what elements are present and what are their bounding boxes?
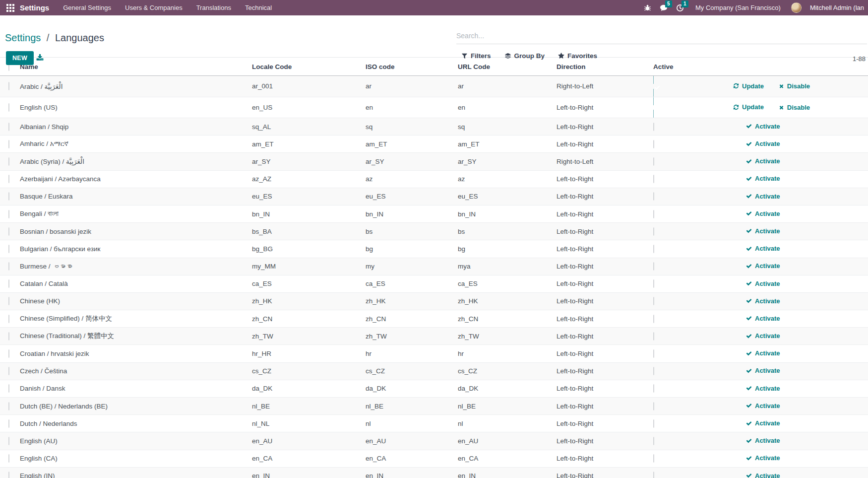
url-code-cell[interactable]: am_ET [458, 136, 557, 153]
table-row[interactable]: Catalan / Català ca_ES ca_ES ca_ES Left-… [0, 275, 868, 293]
row-select-cell[interactable] [0, 240, 20, 258]
iso-code-cell[interactable]: ar [366, 76, 458, 97]
table-row[interactable]: Chinese (HK) zh_HK zh_HK zh_HK Left-to-R… [0, 293, 868, 310]
url-code-cell[interactable]: nl [458, 415, 557, 432]
direction-cell[interactable]: Left-to-Right [557, 398, 653, 415]
activate-button[interactable]: Activate [746, 123, 780, 130]
direction-cell[interactable]: Left-to-Right [557, 380, 653, 398]
table-row[interactable]: Amharic / አማርኛ am_ET am_ET am_ET Left-to… [0, 136, 868, 153]
row-select-cell[interactable] [0, 293, 20, 310]
table-row[interactable]: Chinese (Simplified) / 简体中文 zh_CN zh_CN … [0, 310, 868, 328]
download-icon[interactable] [36, 54, 44, 64]
active-cell[interactable] [653, 468, 724, 478]
menu-technical[interactable]: Technical [245, 4, 272, 11]
menu-general-settings[interactable]: General Settings [63, 4, 111, 11]
active-checkbox[interactable] [653, 367, 654, 375]
url-code-cell[interactable]: zh_TW [458, 328, 557, 345]
row-select-checkbox[interactable] [8, 349, 9, 358]
iso-code-cell[interactable]: bn_IN [366, 205, 458, 223]
iso-code-cell[interactable]: am_ET [366, 136, 458, 153]
active-checkbox[interactable] [653, 76, 724, 97]
table-row[interactable]: Basque / Euskara eu_ES eu_ES eu_ES Left-… [0, 188, 868, 205]
locale-code-cell[interactable]: nl_BE [252, 398, 366, 415]
table-row[interactable]: Dutch / Nederlands nl_NL nl nl Left-to-R… [0, 415, 868, 432]
iso-code-cell[interactable]: my [366, 258, 458, 275]
row-select-checkbox[interactable] [8, 82, 9, 90]
url-code-cell[interactable]: zh_HK [458, 293, 557, 310]
row-select-checkbox[interactable] [8, 315, 9, 323]
activate-button[interactable]: Activate [746, 297, 780, 305]
active-cell[interactable] [653, 328, 724, 345]
locale-code-cell[interactable]: zh_TW [252, 328, 366, 345]
iso-code-cell[interactable]: zh_HK [366, 293, 458, 310]
group-by-button[interactable]: Group By [504, 52, 545, 60]
language-name-cell[interactable]: Azerbaijani / Azərbaycanca [20, 171, 252, 188]
pager[interactable]: 1-88 [853, 55, 866, 63]
locale-code-cell[interactable]: en_CA [252, 450, 366, 468]
active-cell[interactable] [653, 205, 724, 223]
active-checkbox[interactable] [653, 279, 654, 288]
disable-button[interactable]: Disable [779, 104, 810, 111]
direction-cell[interactable]: Left-to-Right [557, 328, 653, 345]
activate-button[interactable]: Activate [746, 280, 780, 287]
url-code-cell[interactable]: ca_ES [458, 275, 557, 293]
language-name-cell[interactable]: Bulgarian / български език [20, 240, 252, 258]
activate-button[interactable]: Activate [746, 245, 780, 252]
table-row[interactable]: English (AU) en_AU en_AU en_AU Left-to-R… [0, 432, 868, 450]
active-cell[interactable] [653, 293, 724, 310]
row-select-checkbox[interactable] [8, 157, 9, 166]
active-checkbox[interactable] [653, 227, 654, 236]
iso-code-cell[interactable]: bs [366, 223, 458, 240]
table-row[interactable]: Croatian / hrvatski jezik hr_HR hr hr Le… [0, 345, 868, 362]
active-checkbox[interactable] [653, 123, 654, 131]
activate-button[interactable]: Activate [746, 315, 780, 322]
row-select-checkbox[interactable] [8, 297, 9, 305]
url-code-cell[interactable]: bs [458, 223, 557, 240]
user-menu[interactable]: Mitchell Admin (lan [810, 4, 864, 11]
locale-code-cell[interactable]: my_MM [252, 258, 366, 275]
row-select-cell[interactable] [0, 171, 20, 188]
row-select-checkbox[interactable] [8, 332, 9, 341]
locale-code-cell[interactable]: ar_001 [252, 76, 366, 97]
active-checkbox[interactable] [653, 297, 654, 305]
language-name-cell[interactable]: Danish / Dansk [20, 380, 252, 398]
row-select-cell[interactable] [0, 345, 20, 362]
menu-users-companies[interactable]: Users & Companies [125, 4, 183, 11]
row-select-cell[interactable] [0, 136, 20, 153]
row-select-checkbox[interactable] [8, 103, 9, 112]
active-checkbox[interactable] [653, 175, 654, 183]
direction-cell[interactable]: Left-to-Right [557, 118, 653, 136]
new-button[interactable]: NEW [6, 51, 34, 65]
language-name-cell[interactable]: Albanian / Shqip [20, 118, 252, 136]
active-checkbox[interactable] [653, 332, 654, 341]
active-checkbox[interactable] [653, 157, 654, 166]
language-name-cell[interactable]: Amharic / አማርኛ [20, 136, 252, 153]
active-cell[interactable] [653, 258, 724, 275]
messages-icon[interactable]: 5 [660, 4, 668, 12]
table-row[interactable]: Arabic (Syria) / الْعَرَبِيَّة ar_SY ar_… [0, 153, 868, 170]
active-checkbox[interactable] [653, 419, 654, 428]
direction-cell[interactable]: Left-to-Right [557, 345, 653, 362]
locale-code-cell[interactable]: sq_AL [252, 118, 366, 136]
iso-code-cell[interactable]: sq [366, 118, 458, 136]
iso-code-cell[interactable]: az [366, 171, 458, 188]
direction-cell[interactable]: Left-to-Right [557, 415, 653, 432]
row-select-checkbox[interactable] [8, 210, 9, 218]
row-select-cell[interactable] [0, 380, 20, 398]
direction-cell[interactable]: Left-to-Right [557, 171, 653, 188]
locale-code-cell[interactable]: hr_HR [252, 345, 366, 362]
avatar[interactable] [791, 2, 802, 13]
active-cell[interactable] [653, 363, 724, 380]
active-checkbox[interactable] [653, 437, 654, 445]
row-select-cell[interactable] [0, 258, 20, 275]
iso-code-cell[interactable]: bg [366, 240, 458, 258]
iso-code-cell[interactable]: zh_CN [366, 310, 458, 328]
url-code-cell[interactable]: mya [458, 258, 557, 275]
url-code-cell[interactable]: da_DK [458, 380, 557, 398]
language-name-cell[interactable]: English (US) [20, 97, 252, 119]
language-name-cell[interactable]: Czech / Čeština [20, 363, 252, 380]
disable-button[interactable]: Disable [779, 82, 810, 90]
table-row[interactable]: Bengali / বাংলা bn_IN bn_IN bn_IN Left-t… [0, 205, 868, 223]
active-cell[interactable] [653, 188, 724, 205]
activate-button[interactable]: Activate [746, 367, 780, 374]
